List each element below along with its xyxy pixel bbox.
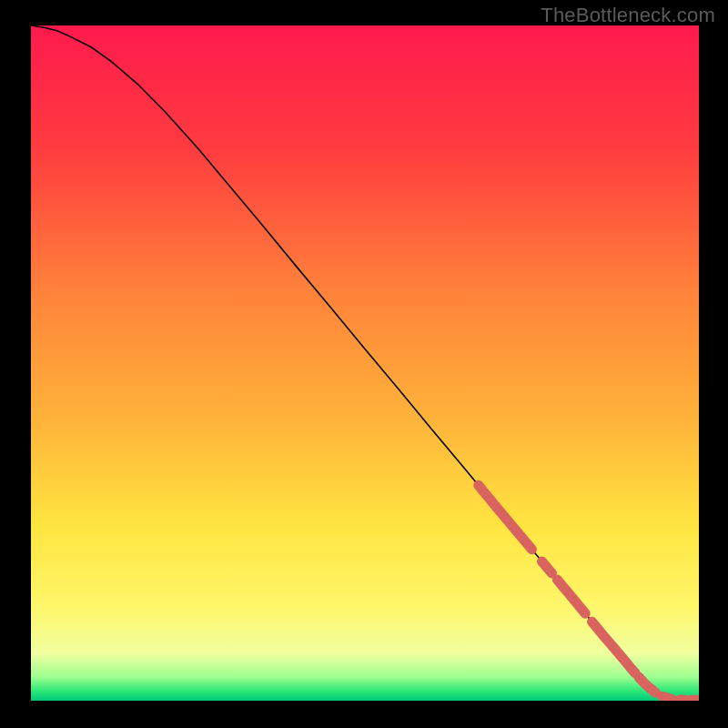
highlight-segment <box>662 696 672 699</box>
chart-stage: TheBottleneck.com <box>0 0 728 728</box>
watermark-text: TheBottleneck.com <box>541 4 715 27</box>
chart-svg <box>31 25 699 701</box>
gradient-background <box>31 25 699 701</box>
